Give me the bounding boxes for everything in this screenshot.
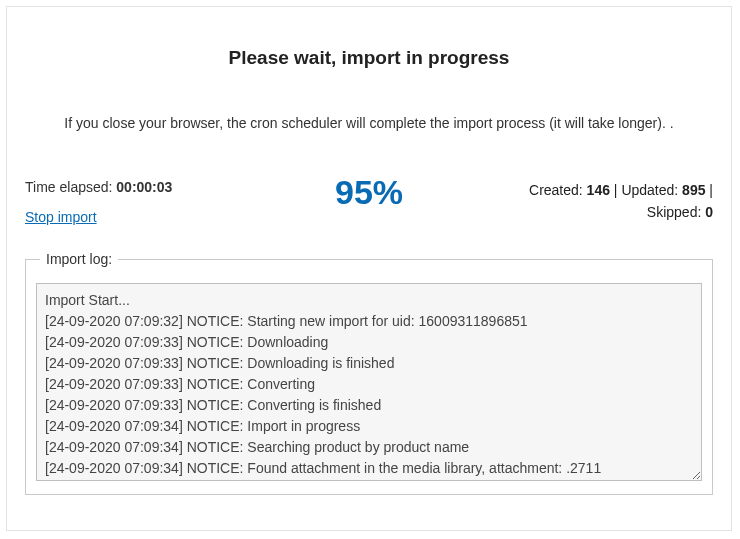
import-progress-panel: Please wait, import in progress If you c… bbox=[6, 6, 732, 531]
stats-column: Created: 146 | Updated: 895 | Skipped: 0 bbox=[483, 179, 713, 224]
skipped-label: Skipped: bbox=[647, 204, 705, 220]
time-elapsed-value: 00:00:03 bbox=[116, 179, 172, 195]
status-row: Time elapsed: 00:00:03 Stop import 95% C… bbox=[25, 179, 713, 225]
time-elapsed: Time elapsed: 00:00:03 bbox=[25, 179, 255, 195]
stop-import-link[interactable]: Stop import bbox=[25, 209, 97, 225]
subtitle: If you close your browser, the cron sche… bbox=[25, 115, 713, 131]
sep2: | bbox=[705, 182, 713, 198]
left-column: Time elapsed: 00:00:03 Stop import bbox=[25, 179, 255, 225]
created-value: 146 bbox=[587, 182, 610, 198]
import-log-textarea[interactable] bbox=[36, 283, 702, 481]
created-label: Created: bbox=[529, 182, 587, 198]
updated-label: Updated: bbox=[621, 182, 682, 198]
sep1: | bbox=[610, 182, 621, 198]
skipped-value: 0 bbox=[705, 204, 713, 220]
page-title: Please wait, import in progress bbox=[25, 47, 713, 69]
time-elapsed-label: Time elapsed: bbox=[25, 179, 116, 195]
import-log-fieldset: Import log: bbox=[25, 251, 713, 495]
progress-percent: 95% bbox=[309, 175, 429, 209]
import-log-legend: Import log: bbox=[40, 251, 118, 267]
updated-value: 895 bbox=[682, 182, 705, 198]
